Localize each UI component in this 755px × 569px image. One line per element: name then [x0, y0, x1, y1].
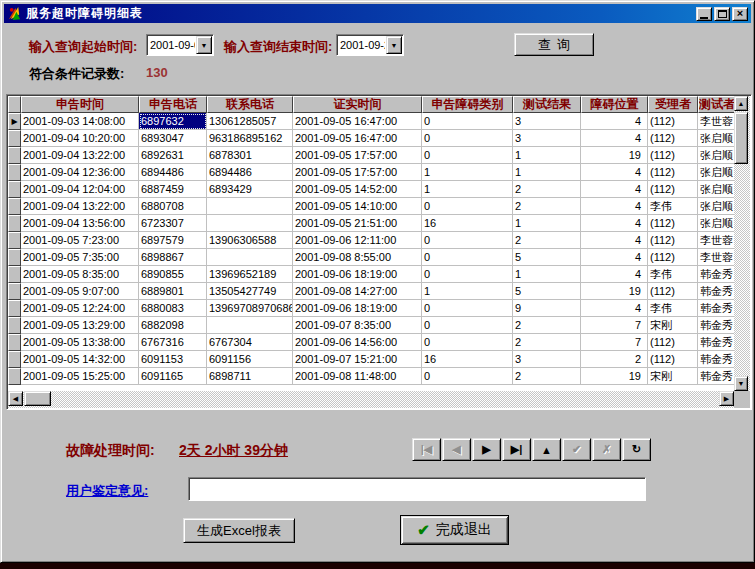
grid-header-col[interactable]: 测试结果 — [513, 96, 581, 113]
grid-cell[interactable]: 3 — [513, 113, 581, 130]
grid-cell[interactable]: 4 — [581, 181, 648, 198]
grid-cell[interactable]: 3 — [513, 351, 581, 368]
grid-cell[interactable]: 6723307 — [139, 215, 207, 232]
grid-cell[interactable]: 韩金秀 — [698, 300, 736, 317]
grid-cell[interactable]: 0 — [422, 147, 513, 164]
grid-cell[interactable]: 16 — [422, 351, 513, 368]
horizontal-scrollbar[interactable]: ◀ ▶ — [8, 391, 734, 408]
grid-cell[interactable]: 5 — [513, 283, 581, 300]
grid-cell[interactable]: 13969652189 — [207, 266, 293, 283]
grid-cell[interactable]: 139697089706866 — [207, 300, 293, 317]
grid-cell[interactable]: 宋刚 — [648, 368, 698, 385]
grid-cell[interactable]: 6887459 — [139, 181, 207, 198]
grid-cell[interactable]: 6898711 — [207, 368, 293, 385]
grid-cell[interactable]: 2 — [513, 334, 581, 351]
grid-cell[interactable]: 2001-09-05 12:24:00 — [21, 300, 139, 317]
grid-cell[interactable]: (112) — [648, 130, 698, 147]
grid-cell[interactable]: 1 — [422, 181, 513, 198]
nav-next-button[interactable]: ▶ — [472, 438, 501, 461]
table-row[interactable]: 2001-09-05 7:23:006897579139063065882001… — [8, 232, 736, 249]
query-button[interactable]: 查询 — [514, 33, 594, 56]
grid-cell[interactable]: 4 — [581, 164, 648, 181]
start-date-dropdown-button[interactable]: ▼ — [196, 36, 212, 54]
grid-cell[interactable]: 2001-09-05 8:35:00 — [21, 266, 139, 283]
grid-cell[interactable]: 4 — [581, 249, 648, 266]
grid-cell[interactable]: 6890855 — [139, 266, 207, 283]
grid-cell[interactable] — [207, 317, 293, 334]
grid-cell[interactable]: 2 — [581, 351, 648, 368]
maximize-button[interactable] — [714, 7, 730, 21]
grid-cell[interactable]: 2001-09-04 13:22:00 — [21, 198, 139, 215]
grid-cell[interactable]: 2 — [513, 232, 581, 249]
grid-cell[interactable]: 5 — [513, 249, 581, 266]
end-date-dropdown-button[interactable]: ▼ — [386, 36, 402, 54]
grid-cell[interactable]: 1 — [513, 266, 581, 283]
grid-cell[interactable] — [207, 249, 293, 266]
grid-cell[interactable]: 4 — [581, 300, 648, 317]
grid-cell[interactable]: (112) — [648, 334, 698, 351]
grid-cell[interactable]: 1 — [422, 283, 513, 300]
grid-cell[interactable]: 4 — [581, 266, 648, 283]
grid-cell[interactable]: 4 — [581, 130, 648, 147]
table-row[interactable]: ▶2001-09-03 14:08:0068976321306128505720… — [8, 113, 736, 130]
grid-cell[interactable]: 6898867 — [139, 249, 207, 266]
grid-cell[interactable]: 7 — [581, 317, 648, 334]
grid-cell[interactable]: 2001-09-05 13:29:00 — [21, 317, 139, 334]
table-row[interactable]: 2001-09-04 13:22:00689263168783012001-09… — [8, 147, 736, 164]
grid-header-col[interactable]: 证实时间 — [293, 96, 422, 113]
table-row[interactable]: 2001-09-04 12:36:00689448668944862001-09… — [8, 164, 736, 181]
nav-prior-button[interactable]: ◀ — [442, 438, 471, 461]
grid-cell[interactable]: 6889801 — [139, 283, 207, 300]
grid-cell[interactable]: 1 — [422, 164, 513, 181]
grid-cell[interactable]: 2001-09-08 8:55:00 — [293, 249, 422, 266]
grid-cell[interactable]: 2001-09-05 17:57:00 — [293, 147, 422, 164]
grid-cell[interactable]: 李伟 — [648, 198, 698, 215]
table-row[interactable]: 2001-09-05 7:35:0068988672001-09-08 8:55… — [8, 249, 736, 266]
grid-cell[interactable]: 6767304 — [207, 334, 293, 351]
grid-cell[interactable]: 张启顺 — [698, 198, 736, 215]
grid-cell[interactable]: 2001-09-05 17:57:00 — [293, 164, 422, 181]
grid-cell[interactable]: 0 — [422, 198, 513, 215]
grid-cell[interactable]: (112) — [648, 215, 698, 232]
grid-cell[interactable]: 4 — [581, 215, 648, 232]
grid-cell[interactable]: 2001-09-04 13:22:00 — [21, 147, 139, 164]
grid-cell[interactable]: (112) — [648, 147, 698, 164]
grid-cell[interactable]: 6897632 — [139, 113, 207, 130]
scroll-up-button[interactable]: ▲ — [734, 96, 748, 111]
grid-cell[interactable]: 李世蓉 — [698, 232, 736, 249]
grid-cell[interactable]: 9 — [513, 300, 581, 317]
grid-cell[interactable]: 16 — [422, 215, 513, 232]
grid-cell[interactable]: 6893429 — [207, 181, 293, 198]
table-row[interactable]: 2001-09-04 13:56:0067233072001-09-05 21:… — [8, 215, 736, 232]
grid-cell[interactable]: 4 — [581, 198, 648, 215]
grid-cell[interactable]: 2001-09-05 16:47:00 — [293, 130, 422, 147]
grid-cell[interactable]: (112) — [648, 283, 698, 300]
grid-cell[interactable]: (112) — [648, 181, 698, 198]
grid-cell[interactable]: 0 — [422, 130, 513, 147]
grid-cell[interactable]: 张启顺 — [698, 164, 736, 181]
grid-cell[interactable]: 宋刚 — [648, 317, 698, 334]
grid-header-col[interactable]: 受理者 — [648, 96, 698, 113]
excel-report-button[interactable]: 生成Excel报表 — [183, 518, 295, 543]
grid-cell[interactable]: 韩金秀 — [698, 351, 736, 368]
grid-cell[interactable]: 韩金秀 — [698, 368, 736, 385]
grid-cell[interactable]: 2 — [513, 198, 581, 215]
grid-cell[interactable] — [207, 198, 293, 215]
grid-cell[interactable]: (112) — [648, 351, 698, 368]
grid-cell[interactable]: 2001-09-04 10:20:00 — [21, 130, 139, 147]
grid-cell[interactable]: 2001-09-08 14:27:00 — [293, 283, 422, 300]
grid-cell[interactable]: 0 — [422, 368, 513, 385]
table-row[interactable]: 2001-09-05 12:24:00688008313969708970686… — [8, 300, 736, 317]
grid-cell[interactable]: 6880708 — [139, 198, 207, 215]
grid-cell[interactable]: 2 — [513, 368, 581, 385]
grid-cell[interactable]: 963186895162 — [207, 130, 293, 147]
grid-cell[interactable]: 7 — [581, 334, 648, 351]
grid-cell[interactable]: 6893047 — [139, 130, 207, 147]
table-row[interactable]: 2001-09-05 9:07:006889801135054277492001… — [8, 283, 736, 300]
table-row[interactable]: 2001-09-04 10:20:00689304796318689516220… — [8, 130, 736, 147]
grid-cell[interactable]: 韩金秀 — [698, 283, 736, 300]
table-row[interactable]: 2001-09-05 14:32:00609115360911562001-09… — [8, 351, 736, 368]
grid-cell[interactable]: 6894486 — [139, 164, 207, 181]
grid-cell[interactable]: 2001-09-05 21:51:00 — [293, 215, 422, 232]
nav-refresh-button[interactable]: ↻ — [622, 438, 651, 461]
